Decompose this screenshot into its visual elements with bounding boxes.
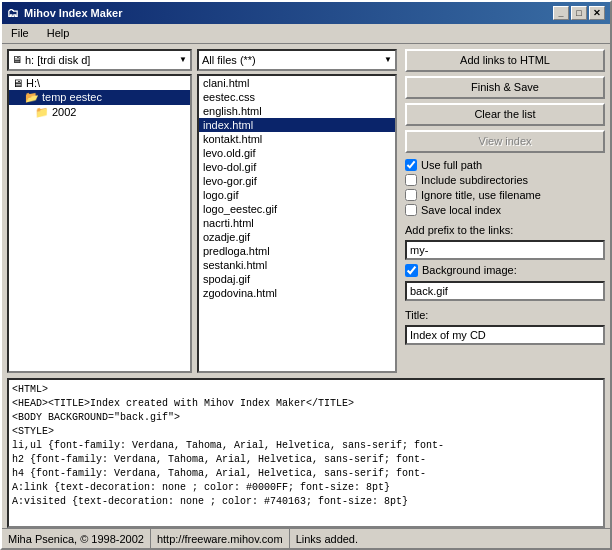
file-item[interactable]: zgodovina.html xyxy=(199,286,395,300)
file-item[interactable]: nacrti.html xyxy=(199,216,395,230)
html-preview-text: <HTML> <HEAD><TITLE>Index created with M… xyxy=(12,383,600,509)
use-full-path-label: Use full path xyxy=(421,159,482,171)
file-item[interactable]: kontakt.html xyxy=(199,132,395,146)
filter-dropdown[interactable]: All files (**) ▼ xyxy=(197,49,397,71)
tree-item-2002[interactable]: 📁 2002 xyxy=(9,105,190,120)
bg-image-label: Background image: xyxy=(422,264,517,276)
minimize-button[interactable]: _ xyxy=(553,6,569,20)
folder-closed-icon: 📁 xyxy=(35,106,49,119)
view-index-button[interactable]: View index xyxy=(405,130,605,153)
prefix-label: Add prefix to the links: xyxy=(405,224,605,236)
include-subdirs-label: Include subdirectories xyxy=(421,174,528,186)
file-item[interactable]: spodaj.gif xyxy=(199,272,395,286)
bg-image-checkbox[interactable] xyxy=(405,264,418,277)
filter-value: All files (**) xyxy=(202,54,256,66)
app-title: Mihov Index Maker xyxy=(24,7,122,19)
drive-tree-icon: 🖥 xyxy=(12,77,23,89)
file-item[interactable]: clani.html xyxy=(199,76,395,90)
tree-item-temp-eestec[interactable]: 📂 temp eestec xyxy=(9,90,190,105)
tree-item-drive[interactable]: 🖥 H:\ xyxy=(9,76,190,90)
middle-panel: All files (**) ▼ clani.html eestec.css e… xyxy=(197,49,397,373)
title-input[interactable] xyxy=(405,325,605,345)
file-item-selected[interactable]: index.html xyxy=(199,118,395,132)
file-item[interactable]: english.html xyxy=(199,104,395,118)
html-preview: <HTML> <HEAD><TITLE>Index created with M… xyxy=(7,378,605,528)
folder-open-icon: 📂 xyxy=(25,91,39,104)
right-panel: Add links to HTML Finish & Save Clear th… xyxy=(402,49,605,373)
title-label: Title: xyxy=(405,309,605,321)
drive-selector[interactable]: 🖥 h: [trdi disk d] ▼ xyxy=(7,49,192,71)
menu-help[interactable]: Help xyxy=(43,26,74,40)
bg-image-input[interactable] xyxy=(405,281,605,301)
ignore-title-label: Ignore title, use filename xyxy=(421,189,541,201)
bg-image-row: Background image: xyxy=(405,264,605,277)
file-item[interactable]: logo.gif xyxy=(199,188,395,202)
ignore-title-checkbox[interactable] xyxy=(405,189,417,201)
file-list[interactable]: clani.html eestec.css english.html index… xyxy=(197,74,397,373)
status-url: http://freeware.mihov.com xyxy=(151,529,290,548)
file-item[interactable]: predloga.html xyxy=(199,244,395,258)
status-copyright: Miha Psenica, © 1998-2002 xyxy=(2,529,151,548)
use-full-path-checkbox[interactable] xyxy=(405,159,417,171)
title-bar: 🗂 Mihov Index Maker _ □ ✕ xyxy=(2,2,610,24)
include-subdirs-checkbox[interactable] xyxy=(405,174,417,186)
include-subdirs-option[interactable]: Include subdirectories xyxy=(405,174,605,186)
prefix-input[interactable] xyxy=(405,240,605,260)
status-bar: Miha Psenica, © 1998-2002 http://freewar… xyxy=(2,528,610,548)
file-item[interactable]: levo-gor.gif xyxy=(199,174,395,188)
finish-save-button[interactable]: Finish & Save xyxy=(405,76,605,99)
file-item[interactable]: sestanki.html xyxy=(199,258,395,272)
menu-bar: File Help xyxy=(2,24,610,44)
save-local-index-option[interactable]: Save local index xyxy=(405,204,605,216)
window-controls: _ □ ✕ xyxy=(553,6,605,20)
file-item[interactable]: levo-dol.gif xyxy=(199,160,395,174)
drive-value: h: [trdi disk d] xyxy=(25,54,179,66)
file-tree[interactable]: 🖥 H:\ 📂 temp eestec 📁 2002 xyxy=(7,74,192,373)
file-item[interactable]: eestec.css xyxy=(199,90,395,104)
save-local-index-label: Save local index xyxy=(421,204,501,216)
file-item[interactable]: levo.old.gif xyxy=(199,146,395,160)
maximize-button[interactable]: □ xyxy=(571,6,587,20)
file-item[interactable]: logo_eestec.gif xyxy=(199,202,395,216)
app-icon: 🗂 xyxy=(7,6,19,20)
options-group: Use full path Include subdirectories Ign… xyxy=(405,159,605,216)
menu-file[interactable]: File xyxy=(7,26,33,40)
clear-list-button[interactable]: Clear the list xyxy=(405,103,605,126)
save-local-index-checkbox[interactable] xyxy=(405,204,417,216)
use-full-path-option[interactable]: Use full path xyxy=(405,159,605,171)
filter-arrow-icon: ▼ xyxy=(384,55,392,64)
left-panel: 🖥 h: [trdi disk d] ▼ 🖥 H:\ 📂 temp eestec xyxy=(7,49,192,373)
drive-arrow-icon: ▼ xyxy=(179,55,187,64)
drive-icon: 🖥 xyxy=(12,54,22,65)
add-links-button[interactable]: Add links to HTML xyxy=(405,49,605,72)
close-button[interactable]: ✕ xyxy=(589,6,605,20)
status-message: Links added. xyxy=(290,529,364,548)
file-item[interactable]: ozadje.gif xyxy=(199,230,395,244)
ignore-title-option[interactable]: Ignore title, use filename xyxy=(405,189,605,201)
